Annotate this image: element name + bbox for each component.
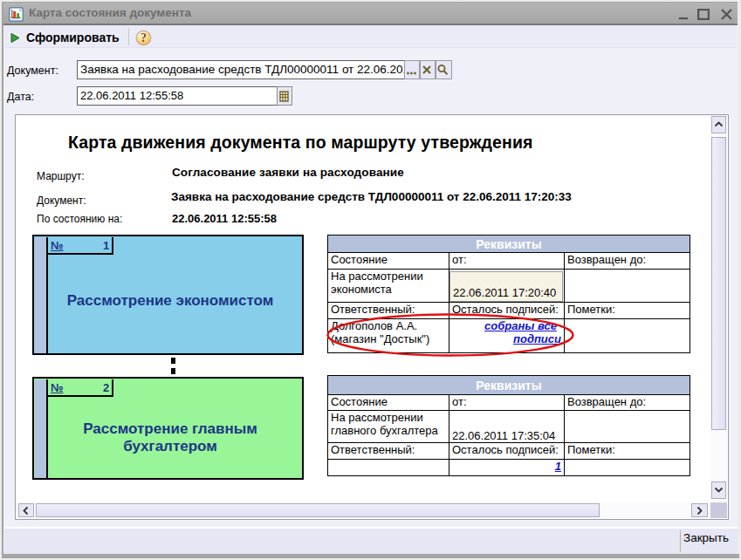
svg-text:?: ? — [141, 31, 147, 44]
